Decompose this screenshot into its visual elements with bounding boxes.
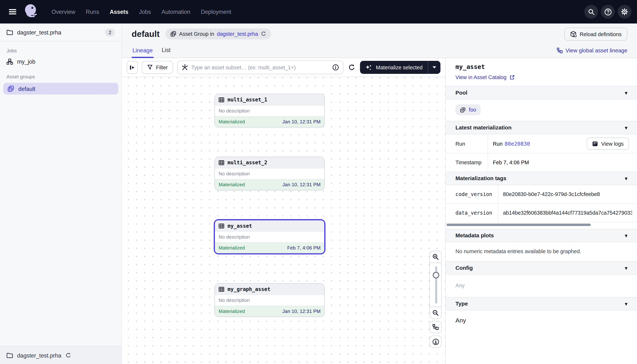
section-type[interactable]: Type ▾: [446, 297, 637, 310]
pool-tag-foo[interactable]: foo: [456, 104, 481, 115]
repo-name: dagster_test.prha: [17, 29, 61, 36]
nav-automation[interactable]: Automation: [157, 5, 195, 18]
nav-runs[interactable]: Runs: [81, 5, 104, 18]
asset-subset-input[interactable]: [191, 64, 329, 70]
asset-node-multi-asset-2[interactable]: multi_asset_2 No description Materialize…: [215, 156, 325, 190]
group-context-repo-link[interactable]: dagster_test.prha: [217, 31, 258, 37]
gear-icon: [621, 8, 628, 16]
relayout-graph-button[interactable]: [430, 321, 442, 333]
sidebar-item-my-job[interactable]: my_job: [0, 56, 121, 68]
view-logs-button[interactable]: View logs: [587, 138, 629, 150]
reload-definitions-button[interactable]: Reload definitions: [564, 28, 627, 40]
logs-icon: [592, 141, 598, 147]
chevron-down-icon: ▾: [625, 125, 627, 130]
asset-node-timestamp: Jan 10, 12:31 PM: [282, 308, 321, 314]
config-label: Config: [456, 265, 473, 271]
menu-icon[interactable]: [6, 5, 20, 18]
metadata-empty-message: No numeric metadata entries available to…: [446, 242, 637, 261]
timestamp-row: Timestamp Feb 7, 4:06 PM: [446, 154, 637, 172]
panel-asset-title: my_asset: [456, 63, 627, 70]
asset-group-icon: [170, 31, 176, 37]
page-title: default: [132, 29, 159, 39]
catalog-link-label: View in Asset Catalog: [456, 74, 506, 80]
type-label: Type: [456, 301, 468, 307]
chevron-down-icon: ▾: [625, 265, 627, 271]
asset-node-timestamp: Jan 10, 12:31 PM: [282, 182, 321, 188]
refresh-icon[interactable]: [65, 352, 71, 358]
table-icon: [219, 223, 224, 229]
download-image-button[interactable]: [430, 336, 442, 348]
tag-row-data-version: data_version ab14be32f606383bbf4a144cf77…: [446, 204, 637, 222]
asset-subset-search[interactable]: [177, 60, 343, 74]
sidebar-item-group-default[interactable]: default: [3, 83, 118, 94]
folder-icon: [7, 352, 13, 358]
refresh-icon[interactable]: [261, 31, 266, 36]
layers-copy-icon: [460, 107, 466, 113]
settings-button[interactable]: [618, 5, 631, 18]
lineage-canvas[interactable]: multi_asset_1 No description Materialize…: [122, 77, 445, 364]
filter-button[interactable]: Filter: [142, 61, 173, 74]
table-icon: [219, 97, 224, 102]
folder-icon: [7, 30, 13, 35]
search-icon: [588, 8, 594, 15]
view-in-asset-catalog-link[interactable]: View in Asset Catalog: [456, 74, 515, 80]
reload-cube-icon: [570, 31, 576, 37]
asset-node-status: Materialized: [219, 119, 245, 125]
zoom-slider-knob[interactable]: [433, 272, 439, 278]
timestamp-value: Feb 7, 4:06 PM: [493, 160, 529, 166]
tag-key: data_version: [446, 204, 498, 222]
pool-name: foo: [469, 107, 476, 113]
search-button[interactable]: [584, 5, 598, 18]
zoom-out-button[interactable]: [430, 307, 441, 319]
op-selector-icon: [181, 64, 188, 70]
asset-node-my-asset-selected[interactable]: my_asset No description Materialized Feb…: [214, 219, 326, 254]
lineage-graph-icon: [432, 324, 439, 330]
pool-section-label: Pool: [456, 90, 467, 96]
asset-node-multi-asset-1[interactable]: multi_asset_1 No description Materialize…: [215, 94, 325, 128]
repo-header[interactable]: dagster_test.prha 2: [0, 24, 121, 42]
section-metadata-plots[interactable]: Metadata plots ▾: [446, 229, 637, 242]
info-icon[interactable]: [332, 64, 339, 70]
materialize-selected-button[interactable]: Materialize selected: [360, 61, 440, 74]
zoom-in-icon: [432, 254, 439, 260]
section-latest-materialization[interactable]: Latest materialization ▾: [446, 121, 637, 134]
sidebar-footer[interactable]: dagster_test.prha: [0, 346, 121, 364]
metadata-plots-label: Metadata plots: [456, 232, 494, 238]
section-pool[interactable]: Pool ▾: [446, 86, 637, 100]
materialize-dropdown-caret[interactable]: [428, 61, 440, 74]
question-icon: [604, 8, 612, 16]
refresh-graph-button[interactable]: [347, 63, 356, 72]
view-global-asset-lineage-link[interactable]: View global asset lineage: [557, 48, 627, 58]
zoom-in-button[interactable]: [430, 251, 441, 262]
section-config[interactable]: Config ▾: [446, 261, 637, 275]
asset-node-title: my_asset: [228, 223, 252, 229]
nav-assets[interactable]: Assets: [105, 5, 133, 18]
tab-lineage[interactable]: Lineage: [132, 44, 153, 58]
section-materialization-tags[interactable]: Materialization tags ▾: [446, 172, 637, 185]
panel-toggle-icon: [129, 64, 135, 70]
horizontal-scrollbar-thumb[interactable]: [447, 224, 591, 226]
asset-node-my-graph-asset[interactable]: my_graph_asset No description Materializ…: [215, 283, 325, 317]
asset-node-status: Materialized: [219, 245, 245, 251]
tab-list[interactable]: List: [161, 44, 171, 58]
type-value: Any: [446, 310, 637, 330]
collapse-panel-button[interactable]: [127, 61, 138, 74]
zoom-slider[interactable]: [430, 262, 441, 307]
nav-deployment[interactable]: Deployment: [196, 5, 236, 18]
asset-node-timestamp: Feb 7, 4:06 PM: [287, 245, 321, 251]
asset-node-title: multi_asset_1: [228, 96, 267, 103]
asset-node-description: No description: [215, 295, 324, 306]
page-header: default Asset Group in dagster_test.prha: [122, 24, 637, 58]
nav-overview[interactable]: Overview: [47, 5, 80, 18]
asset-groups-section-label: Asset groups: [0, 67, 121, 82]
run-id-link[interactable]: 80e20830: [505, 141, 530, 147]
external-link-icon: [509, 75, 515, 80]
dagster-logo[interactable]: [22, 2, 40, 21]
nav-jobs[interactable]: Jobs: [134, 5, 155, 18]
help-button[interactable]: [601, 5, 615, 18]
zoom-out-icon: [432, 310, 439, 316]
chevron-down-icon: ▾: [625, 233, 627, 238]
asset-details-panel: my_asset View in Asset Catalog Pool ▾: [445, 58, 637, 364]
timestamp-row-label: Timestamp: [446, 154, 488, 172]
materialization-tags-label: Materialization tags: [456, 175, 506, 182]
